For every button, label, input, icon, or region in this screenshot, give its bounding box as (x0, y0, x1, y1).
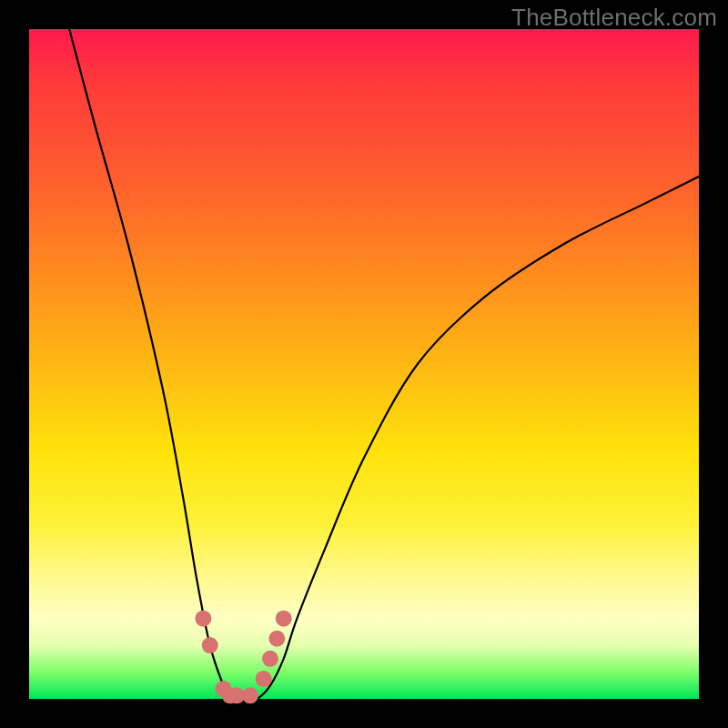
highlight-dot (276, 611, 292, 627)
highlight-dot (202, 637, 218, 653)
watermark-text: TheBottleneck.com (511, 4, 717, 32)
curve-svg (29, 29, 699, 699)
chart-container: TheBottleneck.com (0, 0, 728, 728)
bottleneck-curve (69, 29, 699, 700)
highlight-dot (256, 671, 272, 687)
highlight-dot (262, 651, 278, 667)
highlight-dot (268, 631, 285, 647)
highlight-dot (195, 611, 211, 627)
highlight-dot (242, 687, 258, 703)
plot-area (29, 29, 699, 699)
highlight-dots (195, 611, 291, 704)
